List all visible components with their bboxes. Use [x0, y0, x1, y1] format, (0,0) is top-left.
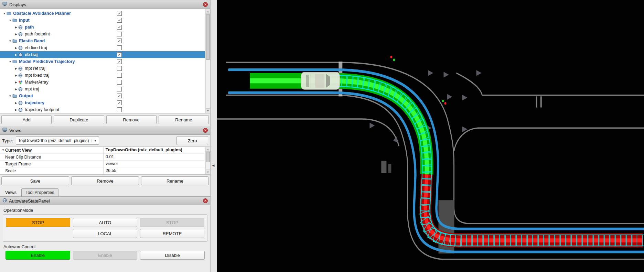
tree-item-label: MarkerArray: [25, 80, 49, 85]
tree-row[interactable]: ▼ Model Predictive Trajectory ✓: [0, 58, 205, 65]
close-icon[interactable]: ✕: [203, 198, 208, 203]
stop-mode-active-button[interactable]: STOP: [6, 218, 70, 227]
enabled-checkbox[interactable]: ✓: [117, 39, 122, 43]
enabled-checkbox[interactable]: [117, 80, 122, 85]
enabled-checkbox[interactable]: ✓: [117, 52, 122, 57]
tree-row[interactable]: ▶ trajectory ✓: [0, 99, 205, 106]
expander-icon[interactable]: ▼: [8, 40, 12, 43]
tree-row[interactable]: ▶ mpt ref traj: [0, 65, 205, 72]
expander-icon[interactable]: ▶: [14, 108, 18, 111]
property-row[interactable]: ▼ Target Frame viewer: [0, 161, 205, 167]
property-value[interactable]: viewer: [103, 161, 205, 167]
enabled-checkbox[interactable]: [117, 32, 122, 36]
expander-icon[interactable]: ▶: [14, 67, 18, 70]
remove-button[interactable]: Remove: [106, 115, 157, 124]
rename-button[interactable]: Rename: [141, 176, 209, 185]
zero-button[interactable]: Zero: [176, 136, 208, 145]
display-type-icon: [18, 87, 24, 91]
expander-icon[interactable]: ▶: [14, 81, 18, 84]
property-value[interactable]: TopDownOrtho (rviz_default_plugins): [103, 147, 205, 153]
enabled-checkbox[interactable]: ✓: [117, 11, 122, 16]
close-icon[interactable]: ✕: [203, 128, 208, 133]
expander-icon[interactable]: ▶: [14, 26, 18, 29]
enabled-checkbox[interactable]: [117, 45, 122, 50]
control-disable-button[interactable]: Disable: [140, 251, 205, 260]
views-panel: Views ✕ Type: TopDownOrtho (rviz_default…: [0, 126, 210, 196]
display-type-icon: [12, 39, 18, 43]
local-mode-button[interactable]: LOCAL: [73, 229, 137, 238]
tree-row[interactable]: ▼ Obstacle Avoidance Planner ✓: [0, 10, 205, 17]
scrollbar-handle[interactable]: [206, 152, 210, 162]
expander-icon[interactable]: ▶: [14, 88, 18, 91]
expander-icon[interactable]: ▼: [8, 19, 12, 22]
tree-row[interactable]: ▶ mpt traj: [0, 86, 205, 93]
property-name: Current View: [5, 148, 32, 153]
tree-row[interactable]: ▶ eb fixed traj: [0, 44, 205, 51]
tree-row[interactable]: ▶ path footprint: [0, 31, 205, 37]
tree-row[interactable]: ▶ MarkerArray: [0, 79, 205, 86]
view-type-select[interactable]: TopDownOrtho (rviz_default_plugins) ▼: [16, 137, 99, 145]
enabled-checkbox[interactable]: ✓: [117, 59, 122, 64]
duplicate-button[interactable]: Duplicate: [54, 115, 104, 124]
views-titlebar[interactable]: Views ✕: [0, 126, 210, 135]
tree-row[interactable]: ▼ Input ✓: [0, 17, 205, 24]
panel-tabs: Views Tool Properties: [0, 187, 210, 196]
close-icon[interactable]: ✕: [203, 2, 208, 7]
property-value[interactable]: 0.01: [103, 154, 205, 160]
expander-icon[interactable]: ▶: [14, 33, 18, 36]
expander-icon[interactable]: ▼: [8, 60, 12, 63]
rename-button[interactable]: Rename: [159, 115, 209, 124]
expander-icon[interactable]: ▶: [14, 53, 18, 56]
enabled-checkbox[interactable]: ✓: [117, 18, 122, 23]
tree-row[interactable]: ▼ Output ✓: [0, 93, 205, 99]
control-enable-active-button[interactable]: Enable: [6, 251, 70, 260]
scroll-up-icon[interactable]: ▲: [206, 147, 210, 152]
enabled-checkbox[interactable]: [117, 87, 122, 91]
property-row[interactable]: ▼ Scale 26.55: [0, 167, 205, 174]
expander-icon[interactable]: ▶: [14, 101, 18, 105]
tree-row[interactable]: ▼ Elastic Band ✓: [0, 37, 205, 44]
property-row[interactable]: ▼ Current View TopDownOrtho (rviz_defaul…: [0, 147, 205, 154]
remove-button[interactable]: Remove: [71, 176, 139, 185]
tree-row[interactable]: ▶ trajectory footprint: [0, 106, 205, 113]
add-button[interactable]: Add: [1, 115, 52, 124]
display-type-icon: [18, 73, 24, 78]
display-type-icon: [7, 11, 12, 15]
stop-mode-disabled-button[interactable]: STOP: [140, 218, 204, 227]
panel-splitter[interactable]: ◀: [211, 0, 217, 272]
remote-mode-button[interactable]: REMOTE: [140, 229, 204, 238]
views-grid-scrollbar[interactable]: ▲ ▼: [205, 147, 210, 174]
expander-icon[interactable]: ▶: [14, 74, 18, 77]
auto-mode-button[interactable]: AUTO: [73, 218, 137, 227]
save-button[interactable]: Save: [1, 176, 69, 185]
property-name: Near Clip Distance: [5, 155, 41, 160]
autoware-state-titlebar[interactable]: AutowareStatePanel ✕: [0, 196, 210, 205]
tab-views[interactable]: Views: [1, 189, 20, 196]
scroll-up-icon[interactable]: ▲: [206, 9, 210, 14]
scroll-down-icon[interactable]: ▼: [206, 108, 210, 113]
expander-icon[interactable]: ▶: [14, 46, 18, 50]
expander-icon[interactable]: ▼: [2, 12, 7, 15]
enabled-checkbox[interactable]: [117, 66, 122, 71]
enabled-checkbox[interactable]: [117, 107, 122, 112]
tree-row[interactable]: ▶ path ✓: [0, 24, 205, 31]
scrollbar-handle[interactable]: [206, 14, 210, 60]
scroll-down-icon[interactable]: ▼: [206, 170, 210, 174]
3d-view-canvas[interactable]: [217, 0, 644, 272]
property-value[interactable]: 26.55: [103, 167, 205, 174]
displays-titlebar[interactable]: Displays ✕: [0, 0, 210, 9]
enabled-checkbox[interactable]: ✓: [117, 94, 122, 98]
collapse-panel-icon[interactable]: ◀: [211, 161, 215, 170]
expander-icon[interactable]: ▼: [1, 149, 5, 152]
enabled-checkbox[interactable]: ✓: [117, 100, 122, 105]
expander-icon[interactable]: ▼: [8, 95, 12, 98]
tree-row[interactable]: ▶ mpt fixed traj: [0, 72, 205, 79]
enabled-checkbox[interactable]: ✓: [117, 25, 122, 30]
3d-viewport[interactable]: [217, 0, 644, 272]
property-row[interactable]: ▼ Near Clip Distance 0.01: [0, 154, 205, 161]
displays-tree-scrollbar[interactable]: ▲ ▼: [205, 9, 210, 113]
tab-tool-properties[interactable]: Tool Properties: [21, 188, 58, 196]
control-enable-disabled-button[interactable]: Enable: [73, 251, 138, 260]
enabled-checkbox[interactable]: [117, 73, 122, 78]
tree-row[interactable]: ▶ eb traj ✓: [0, 51, 205, 58]
